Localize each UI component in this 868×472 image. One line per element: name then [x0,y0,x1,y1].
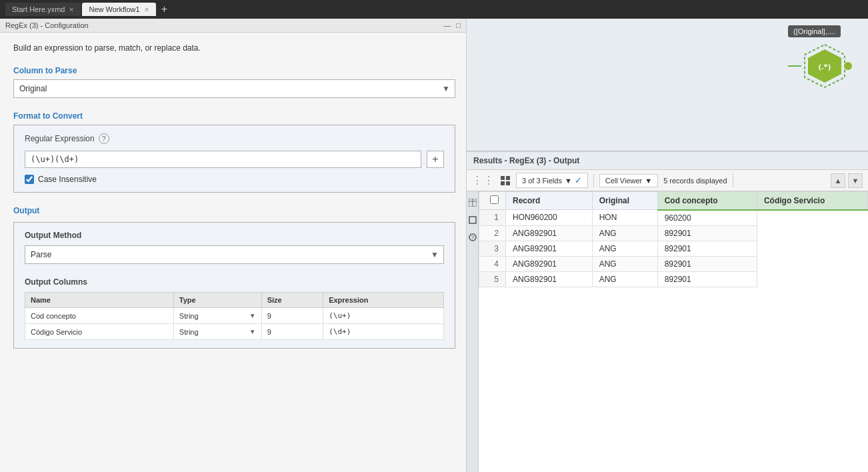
canvas-area: ([Original],.... (.*) [467,19,868,152]
svg-rect-5 [501,181,505,185]
panel-title: RegEx (3) - Configuration [5,21,89,29]
cell-viewer-label: Cell Viewer [605,177,642,185]
results-header-row: Record Original Cod concepto Código Serv… [479,192,868,210]
tab-new-workflow-label: New Workflow1 [89,5,139,13]
results-icon-shape[interactable] [468,215,477,225]
results-col-original[interactable]: Original [592,192,657,210]
case-insensitive-label: Case Insensitive [38,175,97,184]
table-row: 3 ANG892901 ANG 892901 [479,241,868,256]
row1-codigo-servicio: 960200 [657,210,757,226]
column-to-parse-select[interactable]: Original [13,79,455,98]
panel-maximize-button[interactable]: □ [456,21,461,29]
results-icon-help[interactable]: ? [468,233,477,242]
row2-name: Código Servicio [25,324,174,340]
table-row: 2 ANG892901 ANG 892901 [479,225,868,241]
regex-node[interactable]: (.*) [801,43,848,89]
fields-check-icon: ✓ [575,175,582,185]
help-icon[interactable]: ? [99,133,109,144]
node-output-connector [844,62,852,70]
row2-type-value: String [179,328,199,336]
toolbar-separator [593,174,594,187]
grid-view-icon[interactable] [500,175,511,186]
row5-num: 5 [479,271,506,287]
tab-new-workflow[interactable]: New Workflow1 ✕ [82,3,155,16]
svg-text:(.*): (.*) [819,61,831,71]
svg-rect-3 [501,176,505,180]
sort-down-button[interactable]: ▼ [848,173,863,188]
svg-rect-4 [506,176,510,180]
main-layout: RegEx (3) - Configuration — □ Build an e… [0,19,868,472]
add-tab-button[interactable]: + [157,3,171,15]
tab-start-here-label: Start Here.yxmd [12,5,65,13]
right-panel: ([Original],.... (.*) [467,19,868,472]
results-icon-table[interactable] [468,198,477,207]
row3-num: 3 [479,241,506,256]
row1-original: HON960200 [506,210,593,226]
column-to-parse-wrapper: Original ▼ [13,79,455,98]
format-to-convert-box: Regular Expression ? + Case Insensitive [13,125,455,193]
row3-cod-concepto: ANG [592,241,657,256]
select-all-checkbox[interactable] [490,195,499,204]
description-text: Build an expression to parse, match, or … [13,43,455,53]
tab-start-here[interactable]: Start Here.yxmd ✕ [5,3,81,16]
output-method-label: Output Method [25,231,444,240]
results-col-checkbox [479,192,506,210]
results-panel: Results - RegEx (3) - Output ⋮⋮ 3 of 3 F… [467,152,868,472]
results-col-codigo-servicio[interactable]: Código Servicio [757,192,867,210]
col-header-type: Type [173,293,261,308]
row1-expression: (\u+) [323,308,444,324]
regex-input[interactable] [25,151,421,168]
row5-cod-concepto: ANG [592,271,657,287]
output-columns-label: Output Columns [25,277,444,287]
node-container: (.*) [788,43,848,89]
row4-cod-concepto: ANG [592,256,657,271]
col-header-name: Name [25,293,174,308]
row3-codigo-servicio: 892901 [657,241,757,256]
table-row: Cod concepto String ▼ 9 (\u+) [25,308,444,324]
regex-add-button[interactable]: + [427,151,444,168]
row2-type: String ▼ [173,324,261,340]
cell-viewer-button[interactable]: Cell Viewer ▼ [599,174,658,187]
results-table: Record Original Cod concepto Código Serv… [479,191,868,287]
table-row: 4 ANG892901 ANG 892901 [479,256,868,271]
output-method-select[interactable]: Parse [25,245,444,264]
regex-label: Regular Expression [25,134,95,143]
cell-viewer-arrow-icon: ▼ [645,177,652,185]
col-header-expression: Expression [323,293,444,308]
panel-title-controls: — □ [443,21,461,29]
row1-type-arrow-icon[interactable]: ▼ [249,312,256,319]
svg-rect-10 [469,217,476,223]
regex-input-row: + [25,151,444,168]
output-label: Output [13,206,455,215]
results-col-cod-concepto[interactable]: Cod concepto [657,192,757,210]
row1-size: 9 [261,308,323,324]
row2-cod-concepto: ANG [592,225,657,241]
node-tooltip: ([Original],.... [788,25,841,37]
tab-bar: Start Here.yxmd ✕ New Workflow1 ✕ + [0,0,868,19]
records-displayed-text: 5 records displayed [663,177,727,185]
format-to-convert-label: Format to Convert [13,111,455,121]
panel-title-bar: RegEx (3) - Configuration — □ [0,19,466,33]
row1-type-value: String [179,312,199,320]
svg-rect-6 [506,181,510,185]
row5-original: ANG892901 [506,271,593,287]
column-to-parse-label: Column to Parse [13,66,455,75]
row2-size: 9 [261,324,323,340]
results-header: Results - RegEx (3) - Output [467,152,868,170]
results-table-wrapper: Record Original Cod concepto Código Serv… [479,191,868,472]
regex-section-title: Regular Expression ? [25,133,444,144]
tab-new-workflow-close[interactable]: ✕ [144,6,149,13]
sort-up-button[interactable]: ▲ [831,173,845,188]
panel-minimize-button[interactable]: — [443,21,451,29]
row2-type-arrow-icon[interactable]: ▼ [249,328,256,335]
svg-text:?: ? [471,235,474,241]
row2-expression: (\d+) [323,324,444,340]
results-col-record[interactable]: Record [506,192,593,210]
toolbar-separator-2 [733,174,733,187]
row5-codigo-servicio: 892901 [657,271,757,287]
table-row: 1 HON960200 HON 960200 [479,210,868,226]
case-insensitive-checkbox[interactable] [25,175,34,184]
output-method-wrapper: Parse ▼ [25,245,444,264]
fields-selector[interactable]: 3 of 3 Fields ▼ ✓ [516,173,588,188]
tab-start-here-close[interactable]: ✕ [69,6,74,13]
